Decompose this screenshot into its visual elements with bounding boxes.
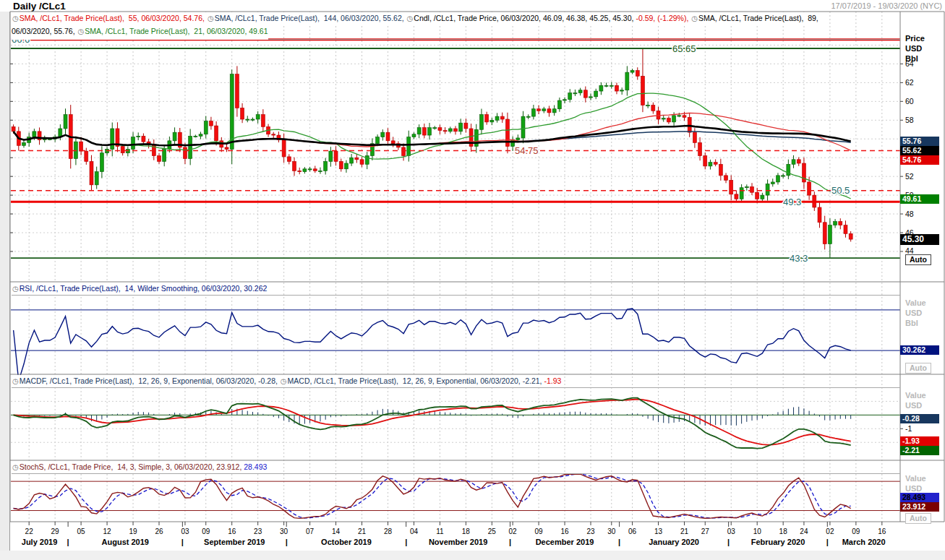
candle-body — [818, 207, 821, 223]
macd-line[interactable] — [14, 398, 851, 449]
stoch-d-line[interactable] — [14, 474, 851, 518]
candle-body — [402, 147, 406, 156]
candle-body — [235, 74, 239, 108]
candle-body — [412, 134, 416, 137]
candle-body — [293, 161, 296, 171]
legend-text: 06/03/2020, 55.76, — [12, 27, 77, 35]
candle-body — [241, 108, 244, 119]
legend-text: SMA, /CLc1, Trade Price(Last), 21, 06/03… — [85, 27, 268, 35]
month-separator: | — [405, 538, 407, 546]
candle-body — [495, 116, 499, 120]
month-label: August 2019 — [102, 538, 149, 546]
price-badge: 55.62 — [900, 146, 939, 155]
x-tick-label: 16 — [878, 527, 886, 535]
stoch-axis-header: Value USD — [905, 473, 926, 494]
stoch-k-line[interactable] — [14, 474, 851, 518]
candle-body — [751, 186, 754, 192]
candle-body — [339, 161, 343, 168]
x-tick-label: 23 — [586, 527, 595, 535]
macd-badge: -2.21 — [900, 446, 939, 455]
candle-body — [714, 163, 717, 165]
candle-body — [80, 142, 83, 151]
candle-body — [745, 186, 748, 187]
x-tick-label: 21 — [358, 527, 367, 535]
x-tick-label: 24 — [800, 527, 808, 535]
macd-badge: -0.28 — [900, 414, 939, 423]
macd-axis-header: Value USD — [905, 390, 926, 410]
macd-legend[interactable]: ◷MACDF, /CLc1, Trade Price(Last), 12, 26… — [12, 375, 900, 388]
candle-body — [651, 105, 655, 111]
candle-body — [662, 119, 665, 119]
candle-body — [443, 131, 447, 132]
candle-body — [516, 138, 520, 140]
legend-text: Cndl, /CLc1, Trade Price, 06/03/2020, 46… — [414, 14, 636, 22]
candle-body — [428, 128, 432, 135]
candle-body — [490, 120, 494, 122]
candle-body — [132, 137, 135, 150]
candle-body — [158, 156, 161, 162]
candle-body — [303, 169, 307, 172]
candle-body — [589, 97, 593, 98]
candle-body — [334, 151, 338, 161]
candle-body — [808, 182, 811, 195]
price-auto-button[interactable]: Auto — [905, 254, 931, 265]
price-legend[interactable]: ◷SMA, /CLc1, Trade Price(Last), 55, 06/0… — [12, 12, 900, 40]
candle-body — [64, 115, 67, 129]
candle-body — [547, 109, 551, 113]
clock-icon: ◷ — [207, 14, 215, 22]
candle-body — [776, 176, 779, 182]
candle-body — [111, 129, 114, 150]
price-axis-header: Price USD Bbl — [905, 33, 925, 64]
legend-text: SMA, /CLc1, Trade Price(Last), 55, 06/03… — [20, 14, 207, 22]
clock-icon: ◷ — [690, 14, 698, 22]
chart-canvas[interactable]: 66.665.6554.7550.549.343.364626058545250… — [0, 0, 945, 560]
clock-icon: ◷ — [12, 14, 20, 22]
candle-body — [479, 115, 483, 130]
candle-body — [194, 136, 197, 137]
x-tick-label: 13 — [654, 527, 663, 535]
candle-body — [573, 93, 577, 94]
candle-body — [719, 164, 722, 176]
bottom-strip — [0, 551, 945, 560]
rsi-line[interactable] — [14, 309, 851, 381]
candle-body — [724, 176, 728, 180]
candle-body — [761, 195, 764, 199]
x-tick-label: 06 — [628, 527, 637, 535]
stoch-auto-button[interactable]: Auto — [905, 513, 931, 524]
sma-21-line[interactable] — [14, 93, 851, 199]
candle-body — [85, 151, 88, 161]
candle-body — [448, 129, 452, 132]
candle-body — [381, 132, 385, 137]
sma-89-line[interactable] — [14, 126, 851, 145]
candle-body — [365, 156, 369, 165]
candle-body — [849, 233, 852, 239]
month-separator: | — [727, 538, 730, 546]
candle-body — [209, 121, 213, 126]
x-tick-label: 16 — [560, 527, 569, 535]
x-tick-label: 22 — [25, 527, 34, 535]
candle-body — [454, 129, 458, 132]
candle-body — [500, 116, 504, 119]
candle-body — [756, 192, 759, 199]
candle-body — [578, 90, 582, 93]
price-tick-label: 62 — [905, 78, 914, 87]
candle-body — [766, 184, 769, 196]
legend-text: RSI, /CLc1, Trade Price(Last), 14, Wilde… — [20, 284, 268, 293]
candle-body — [287, 157, 291, 161]
macd-signal-line[interactable] — [14, 400, 851, 445]
x-tick-label: 23 — [254, 527, 262, 535]
candle-body — [318, 171, 322, 171]
legend-text: MACD, /CLc1, Trade Price(Last), 12, 26, … — [288, 376, 544, 385]
candle-body — [704, 156, 707, 166]
rsi-auto-button[interactable]: Auto — [905, 363, 931, 374]
candle-body — [407, 137, 411, 156]
rsi-legend[interactable]: ◷RSI, /CLc1, Trade Price(Last), 14, Wild… — [12, 283, 900, 296]
legend-text: SMA, /CLc1, Trade Price(Last), 144, 06/0… — [215, 14, 406, 22]
x-tick-label: 21 — [680, 527, 689, 535]
rsi-axis-header: Value USD Bbl — [905, 298, 926, 328]
candle-body — [329, 151, 333, 161]
candle-body — [189, 136, 192, 158]
candle-body — [215, 126, 218, 141]
macd-tick-label: -1 — [905, 424, 912, 433]
stoch-legend[interactable]: ◷StochS, /CLc1, Trade Price, 14, 3, Simp… — [12, 461, 900, 474]
